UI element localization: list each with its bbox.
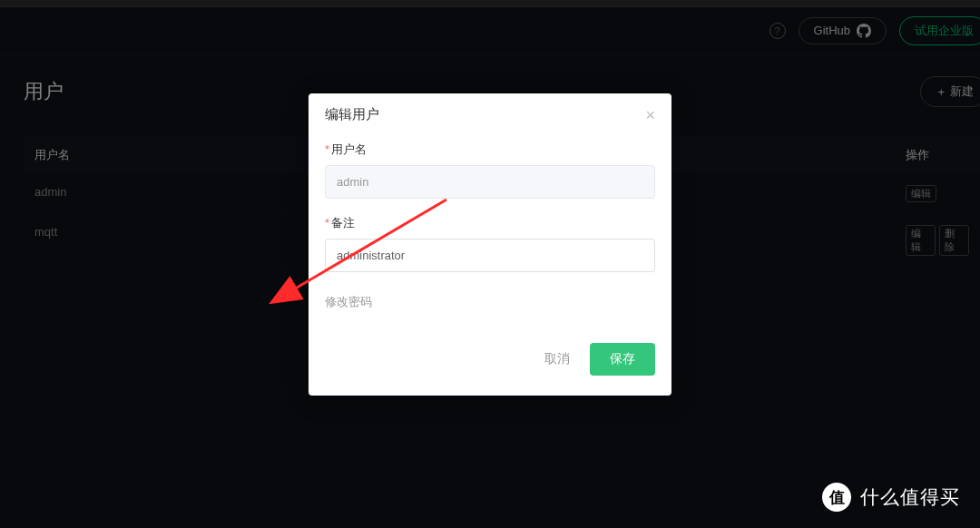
- username-input: [325, 165, 655, 199]
- form-group-username: *用户名: [325, 142, 655, 199]
- close-icon[interactable]: ×: [645, 107, 655, 123]
- edit-user-modal: 编辑用户 × *用户名 *备注 修改密码 取消 保存: [309, 93, 671, 396]
- cancel-button[interactable]: 取消: [541, 344, 573, 375]
- remark-input[interactable]: [325, 239, 655, 272]
- modal-overlay[interactable]: 编辑用户 × *用户名 *备注 修改密码 取消 保存: [0, 0, 980, 528]
- modal-body: *用户名 *备注 修改密码: [309, 138, 671, 327]
- modal-title: 编辑用户: [325, 106, 379, 123]
- required-mark: *: [325, 142, 329, 156]
- username-label: *用户名: [325, 142, 655, 158]
- modal-header: 编辑用户 ×: [309, 93, 671, 138]
- required-mark: *: [325, 216, 329, 230]
- watermark-text: 什么值得买: [860, 484, 960, 510]
- form-group-remark: *备注: [325, 215, 655, 272]
- watermark: 值 什么值得买: [822, 483, 960, 512]
- modal-footer: 取消 保存: [309, 327, 671, 396]
- watermark-logo: 值: [822, 483, 851, 512]
- save-button[interactable]: 保存: [590, 343, 655, 376]
- remark-label: *备注: [325, 215, 655, 231]
- change-password-link[interactable]: 修改密码: [325, 294, 372, 310]
